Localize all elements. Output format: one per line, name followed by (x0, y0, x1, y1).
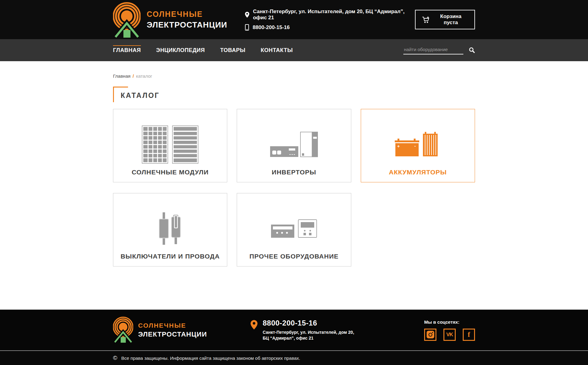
footer-phone: 8800-200-15-16 (263, 319, 354, 327)
batteries-icon: + - (395, 132, 441, 157)
page-title: КАТАЛОГ (121, 91, 160, 100)
breadcrumb: Главная / каталог (113, 73, 475, 79)
sun-house-logo-icon (113, 2, 141, 39)
category-card-label: АККУМУЛЯТОРЫ (389, 169, 447, 176)
breadcrumb-current: каталог (136, 73, 152, 79)
footer: СОЛНЕЧНЫЕ ЭЛЕКТРОСТАНЦИИ 8800-200-15-16 … (0, 310, 588, 350)
footer-address: Санкт-Петербург, ул. Испытателей, дом 20… (263, 330, 354, 341)
menu: ГЛАВНАЯ ЭНЦИКЛОПЕДИЯ ТОВАРЫ КОНТАКТЫ (113, 39, 293, 61)
cart-icon (422, 16, 430, 24)
header-contacts: Санкт-Петербург, ул. Испытателей, дом 20… (245, 9, 415, 31)
category-card-other-equipment[interactable]: ПРОЧЕЕ ОБОРУДОВАНИЕ (237, 193, 351, 266)
footer-logo-line1: СОЛНЕЧНЫЕ (138, 322, 207, 329)
menu-item-encyclopedia[interactable]: ЭНЦИКЛОПЕДИЯ (156, 39, 205, 61)
site-logo[interactable]: СОЛНЕЧНЫЕ ЭЛЕКТРОСТАНЦИИ (113, 0, 227, 39)
footer-address-line1: Санкт-Петербург, ул. Испытателей, дом 20… (263, 330, 354, 335)
menu-item-contacts[interactable]: КОНТАКТЫ (261, 39, 293, 61)
facebook-icon: f (468, 331, 470, 339)
svg-text:+: + (397, 144, 400, 149)
footer-logo-line2: ЭЛЕКТРОСТАНЦИИ (138, 330, 207, 338)
sun-house-logo-icon (113, 317, 133, 344)
category-card-label: ИНВЕРТОРЫ (272, 169, 316, 176)
cart-button[interactable]: Корзина пуста (415, 10, 475, 29)
vk-link[interactable]: VK (443, 329, 456, 341)
phone-icon (245, 24, 249, 31)
menu-item-products[interactable]: ТОВАРЫ (220, 39, 245, 61)
social-label: Мы в соцсетях: (424, 319, 475, 325)
category-card-label: СОЛНЕЧНЫЕ МОДУЛИ (132, 169, 209, 176)
search-button[interactable] (469, 47, 475, 53)
copyright-icon: © (113, 355, 117, 361)
inverters-icon (270, 132, 318, 157)
category-card-label: ВЫКЛЮЧАТЕЛИ И ПРОВОДА (121, 253, 220, 260)
facebook-link[interactable]: f (463, 329, 475, 341)
main-navigation: ГЛАВНАЯ ЭНЦИКЛОПЕДИЯ ТОВАРЫ КОНТАКТЫ (0, 39, 588, 61)
header-phone: 8800-200-15-16 (253, 24, 290, 31)
header-address: Санкт-Петербург, ул. Испытателей, дом 20… (253, 9, 415, 21)
search-icon (469, 47, 475, 53)
catalog-grid: СОЛНЕЧНЫЕ МОДУЛИ (113, 109, 475, 266)
search-bar (403, 46, 475, 54)
category-card-inverters[interactable]: ИНВЕРТОРЫ (237, 109, 351, 182)
copyright-text: Все права защищены. Информация сайта защ… (121, 356, 300, 361)
title-block: КАТАЛОГ (113, 87, 160, 102)
breadcrumb-separator: / (133, 73, 134, 79)
footer-address-line2: БЦ “Адмирал”, офис 21 (263, 335, 354, 341)
logo-line2: ЭЛЕКТРОСТАНЦИИ (147, 20, 227, 30)
copyright-bar: © Все права защищены. Информация сайта з… (0, 350, 588, 365)
solar-modules-icon (142, 125, 198, 164)
instagram-link[interactable] (424, 329, 436, 341)
header: СОЛНЕЧНЫЕ ЭЛЕКТРОСТАНЦИИ Санкт-Петербург… (0, 0, 588, 39)
map-pin-icon (251, 320, 258, 330)
cart-label: Корзина пуста (434, 13, 468, 26)
logo-line1: СОЛНЕЧНЫЕ (147, 10, 227, 19)
category-card-batteries[interactable]: + - АККУМУЛЯТОРЫ (361, 109, 475, 182)
other-equipment-icon (271, 219, 317, 238)
instagram-icon (427, 331, 434, 338)
breadcrumb-home-link[interactable]: Главная (113, 73, 130, 79)
category-card-label: ПРОЧЕЕ ОБОРУДОВАНИЕ (249, 253, 338, 260)
switches-and-wires-icon (158, 212, 182, 245)
menu-item-home[interactable]: ГЛАВНАЯ (113, 39, 141, 61)
footer-logo[interactable]: СОЛНЕЧНЫЕ ЭЛЕКТРОСТАНЦИИ (113, 317, 207, 344)
svg-text:-: - (414, 143, 416, 148)
footer-contacts: 8800-200-15-16 Санкт-Петербург, ул. Испы… (251, 319, 354, 341)
map-pin-icon (245, 12, 249, 18)
footer-social: Мы в соцсетях: VK f (424, 319, 475, 341)
category-card-switches-and-wires[interactable]: ВЫКЛЮЧАТЕЛИ И ПРОВОДА (113, 193, 227, 266)
category-card-solar-modules[interactable]: СОЛНЕЧНЫЕ МОДУЛИ (113, 109, 227, 182)
vk-icon: VK (446, 332, 453, 338)
main-content: Главная / каталог КАТАЛОГ (0, 61, 588, 310)
search-input[interactable] (403, 46, 463, 54)
